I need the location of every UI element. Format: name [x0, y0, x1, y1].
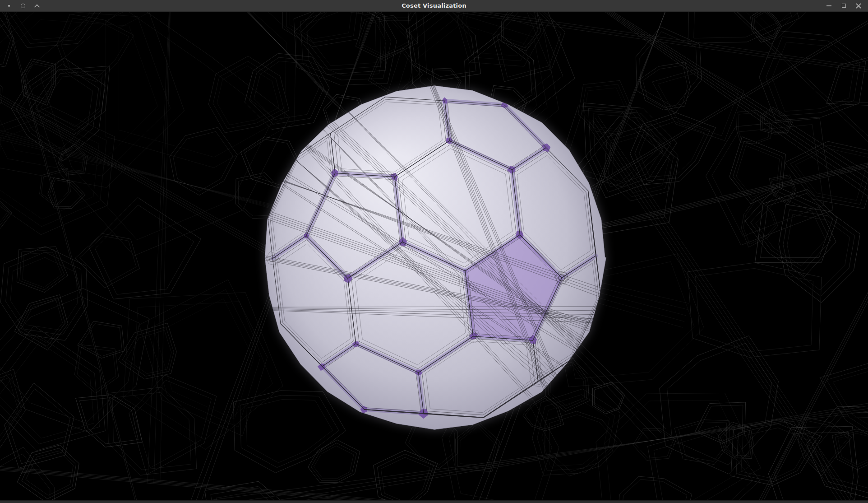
window-bottom-border [0, 500, 868, 503]
viewport-3d[interactable] [0, 12, 868, 500]
titlebar[interactable]: Coset Visualization [0, 0, 868, 12]
maximize-button[interactable] [840, 2, 848, 10]
window-controls [825, 2, 868, 10]
minimize-button[interactable] [825, 2, 833, 10]
app-window: Coset Visualization [0, 0, 868, 503]
chevron-up-icon[interactable] [33, 2, 41, 10]
close-button[interactable] [854, 2, 863, 10]
circle-icon[interactable] [19, 2, 27, 10]
dot-icon[interactable] [5, 2, 13, 10]
window-title: Coset Visualization [0, 2, 868, 9]
titlebar-left-icons [0, 2, 41, 10]
render-canvas[interactable] [0, 12, 868, 500]
